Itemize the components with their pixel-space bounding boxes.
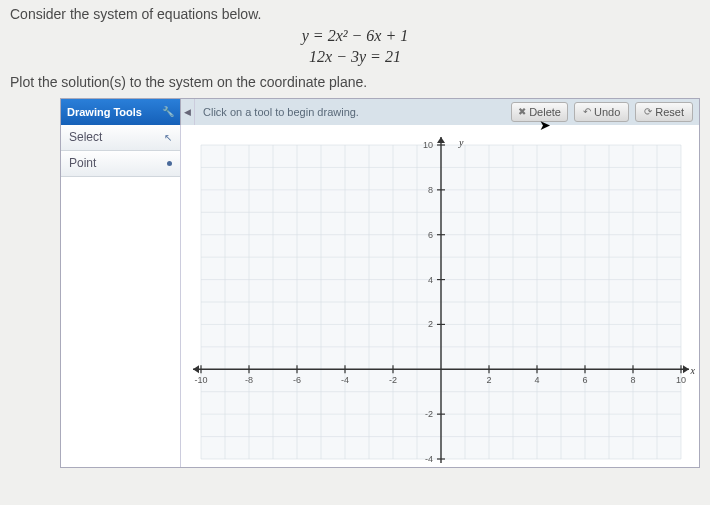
plot-instruction: Plot the solution(s) to the system on th… bbox=[0, 74, 710, 98]
svg-text:2: 2 bbox=[428, 319, 433, 329]
point-tool-label: Point bbox=[69, 156, 96, 170]
svg-marker-39 bbox=[683, 365, 689, 373]
svg-text:-4: -4 bbox=[425, 454, 433, 464]
select-tool-label: Select bbox=[69, 130, 102, 144]
select-tool[interactable]: Select ↖ bbox=[61, 125, 180, 151]
drawing-tool-app: Drawing Tools 🔧 ◀ Click on a tool to beg… bbox=[60, 98, 700, 468]
equations-block: y = 2x² − 6x + 1 12x − 3y = 21 bbox=[0, 26, 710, 68]
reset-button[interactable]: ⟳ Reset bbox=[635, 102, 693, 122]
svg-marker-40 bbox=[193, 365, 199, 373]
svg-text:8: 8 bbox=[630, 375, 635, 385]
svg-text:4: 4 bbox=[428, 274, 433, 284]
drawing-tools-header: Drawing Tools 🔧 bbox=[61, 99, 181, 125]
undo-label: Undo bbox=[594, 106, 620, 118]
svg-text:-4: -4 bbox=[341, 375, 349, 385]
tool-panel: Select ↖ Point bbox=[61, 125, 181, 467]
reset-icon: ⟳ bbox=[644, 106, 652, 117]
svg-text:10: 10 bbox=[676, 375, 686, 385]
undo-button[interactable]: ↶ Undo bbox=[574, 102, 629, 122]
svg-text:10: 10 bbox=[423, 140, 433, 150]
problem-intro: Consider the system of equations below. bbox=[0, 0, 710, 22]
x-axis-label: x bbox=[691, 365, 695, 376]
svg-marker-41 bbox=[437, 137, 445, 143]
svg-text:4: 4 bbox=[534, 375, 539, 385]
cursor-icon: ↖ bbox=[164, 132, 172, 143]
drawing-tools-title: Drawing Tools bbox=[67, 106, 142, 118]
svg-text:-8: -8 bbox=[245, 375, 253, 385]
svg-text:-2: -2 bbox=[425, 409, 433, 419]
svg-text:6: 6 bbox=[428, 229, 433, 239]
wrench-icon: 🔧 bbox=[162, 106, 174, 117]
delete-button[interactable]: ✖ Delete bbox=[511, 102, 568, 122]
delete-label: Delete bbox=[529, 106, 561, 118]
svg-text:-2: -2 bbox=[389, 375, 397, 385]
grid-svg: -10-8-6-4-2246810-4-2246810 bbox=[181, 125, 699, 467]
svg-text:8: 8 bbox=[428, 184, 433, 194]
equation-2: 12x − 3y = 21 bbox=[0, 47, 710, 68]
toolbar: Drawing Tools 🔧 ◀ Click on a tool to beg… bbox=[61, 99, 699, 125]
point-icon bbox=[167, 161, 172, 166]
svg-text:-6: -6 bbox=[293, 375, 301, 385]
equation-1: y = 2x² − 6x + 1 bbox=[0, 26, 710, 47]
svg-text:6: 6 bbox=[582, 375, 587, 385]
hint-text: Click on a tool to begin drawing. bbox=[195, 99, 505, 125]
point-tool[interactable]: Point bbox=[61, 151, 180, 177]
undo-icon: ↶ bbox=[583, 106, 591, 117]
coordinate-plane[interactable]: -10-8-6-4-2246810-4-2246810 y x bbox=[181, 125, 699, 467]
svg-text:-10: -10 bbox=[194, 375, 207, 385]
action-buttons: ✖ Delete ↶ Undo ⟳ Reset bbox=[505, 99, 699, 125]
collapse-panel-button[interactable]: ◀ bbox=[181, 99, 195, 125]
svg-text:2: 2 bbox=[486, 375, 491, 385]
delete-icon: ✖ bbox=[518, 106, 526, 117]
reset-label: Reset bbox=[655, 106, 684, 118]
y-axis-label: y bbox=[459, 137, 463, 148]
